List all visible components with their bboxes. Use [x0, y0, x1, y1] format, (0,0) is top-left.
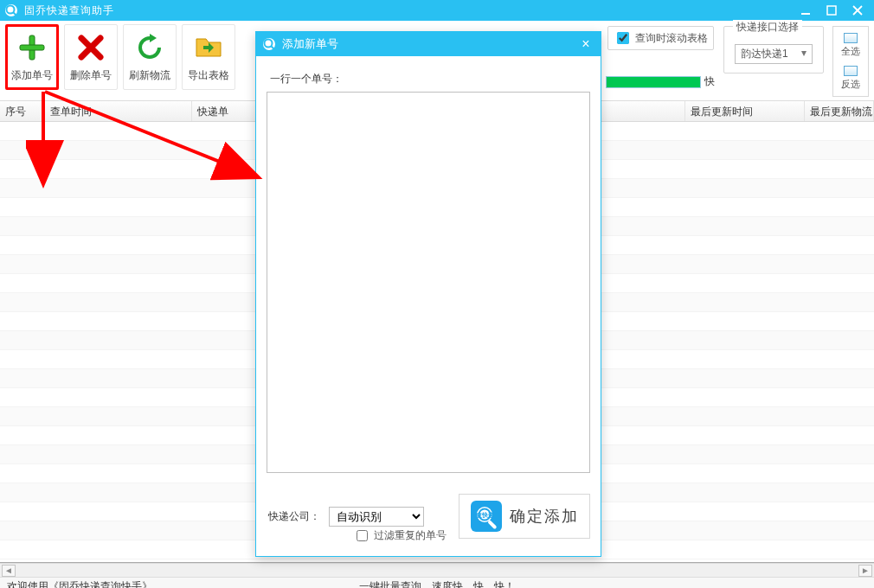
maximize-button[interactable]: [819, 0, 845, 21]
x-icon: [75, 32, 106, 63]
interface-select[interactable]: 韵达快递1: [735, 44, 813, 64]
svg-marker-11: [150, 34, 157, 42]
confirm-add-button[interactable]: 查快递 确定添加: [459, 494, 590, 539]
horizontal-scrollbar[interactable]: ◄ ►: [0, 563, 874, 577]
dedupe-label: 过滤重复的单号: [374, 528, 447, 543]
status-mid: 一键批量查询，速度快，快，快！: [359, 579, 515, 588]
dedupe-input[interactable]: [357, 530, 368, 541]
svg-rect-8: [20, 45, 44, 50]
title-bar: 固乔快递查询助手: [0, 0, 874, 21]
plus-icon: [16, 32, 48, 63]
progress-suffix: 快: [704, 74, 715, 89]
interface-group-label: 快递接口选择: [733, 20, 802, 35]
close-button[interactable]: [845, 0, 871, 21]
svg-rect-4: [827, 6, 836, 15]
dialog-title: 添加新单号: [282, 36, 576, 52]
invert-selection-label: 反选: [841, 78, 860, 91]
svg-rect-3: [801, 13, 810, 15]
col-last-logistics[interactable]: 最后更新物流: [805, 101, 874, 121]
scroll-on-query-checkbox[interactable]: 查询时滚动表格: [607, 26, 714, 50]
refresh-button[interactable]: 刷新物流: [123, 24, 177, 90]
confirm-add-label: 确定添加: [510, 506, 579, 527]
dedupe-checkbox[interactable]: 过滤重复的单号: [353, 527, 447, 544]
refresh-icon: [134, 32, 165, 63]
status-bar: 欢迎使用《固乔快递查询快手》 一键批量查询，速度快，快，快！: [0, 577, 874, 588]
dialog-close-button[interactable]: ×: [576, 36, 595, 52]
delete-track-label: 删除单号: [70, 68, 112, 83]
scroll-on-query-input[interactable]: [617, 32, 629, 44]
company-select[interactable]: 自动识别: [329, 507, 424, 527]
invert-selection-button[interactable]: 反选: [836, 62, 865, 93]
svg-text:查快递: 查快递: [475, 511, 495, 519]
dialog-prompt: 一行一个单号：: [270, 72, 587, 86]
select-all-button[interactable]: 全选: [836, 29, 865, 61]
dialog-title-bar[interactable]: 添加新单号 ×: [256, 32, 601, 56]
interface-group: 快递接口选择 韵达快递1: [723, 26, 824, 74]
scroll-left-arrow[interactable]: ◄: [2, 565, 16, 577]
col-check-time[interactable]: 查单时间: [45, 101, 192, 121]
company-label: 快递公司：: [268, 509, 320, 524]
col-last-update[interactable]: 最后更新时间: [685, 101, 805, 121]
export-label: 导出表格: [188, 68, 229, 83]
window-controls: [793, 0, 871, 21]
search-package-icon: 查快递: [470, 500, 503, 533]
add-track-button[interactable]: 添加单号: [5, 24, 59, 90]
dialog-footer: 快递公司： 自动识别 过滤重复的单号 查快递 确定添加: [267, 473, 590, 547]
selection-side-buttons: 全选 反选: [832, 26, 869, 97]
progress-bar: [606, 76, 701, 88]
refresh-label: 刷新物流: [129, 68, 170, 83]
status-left: 欢迎使用《固乔快递查询快手》: [7, 579, 152, 588]
app-icon: [3, 3, 19, 18]
dialog-body: 一行一个单号： 快递公司： 自动识别 过滤重复的单号 查快递: [256, 56, 601, 556]
export-button[interactable]: 导出表格: [182, 24, 235, 90]
folder-export-icon: [193, 32, 224, 63]
window-title: 固乔快递查询助手: [24, 3, 793, 18]
select-all-label: 全选: [841, 45, 860, 58]
toolbar-left: 添加单号 删除单号 刷新物流 导出表格: [0, 21, 241, 100]
select-all-icon: [844, 33, 858, 43]
col-seq[interactable]: 序号: [0, 101, 45, 121]
scroll-right-arrow[interactable]: ►: [858, 565, 872, 577]
add-track-label: 添加单号: [11, 68, 53, 83]
track-numbers-textarea[interactable]: [267, 92, 590, 473]
delete-track-button[interactable]: 删除单号: [64, 24, 118, 90]
scroll-on-query-label: 查询时滚动表格: [635, 31, 708, 46]
dialog-icon: [261, 36, 277, 52]
progress-wrap: 快: [606, 74, 715, 89]
interface-selected: 韵达快递1: [741, 48, 788, 60]
add-track-dialog: 添加新单号 × 一行一个单号： 快递公司： 自动识别 过滤重复的单号: [255, 31, 601, 557]
invert-selection-icon: [844, 66, 858, 76]
minimize-button[interactable]: [793, 0, 819, 21]
